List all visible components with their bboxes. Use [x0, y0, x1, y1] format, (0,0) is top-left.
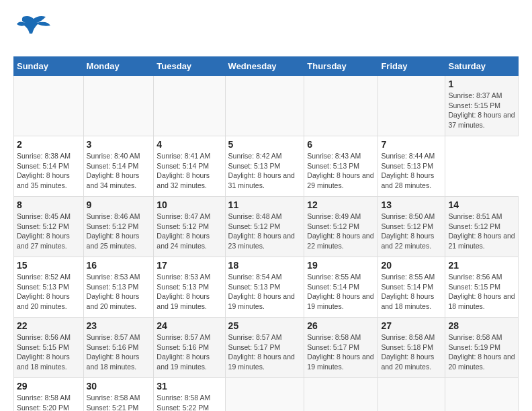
day-number: 25	[228, 320, 302, 331]
day-number: 1	[448, 79, 515, 89]
calendar-cell: 10Sunrise: 8:47 AMSunset: 5:12 PMDayligh…	[154, 197, 225, 257]
calendar-cell: 19Sunrise: 8:55 AMSunset: 5:14 PMDayligh…	[304, 257, 378, 318]
calendar-cell	[445, 378, 519, 412]
day-number: 21	[448, 260, 515, 271]
column-header-thursday: Thursday	[304, 57, 378, 76]
day-info: Sunrise: 8:51 AMSunset: 5:12 PMDaylight:…	[448, 212, 515, 251]
day-number: 9	[87, 199, 151, 210]
day-info: Sunrise: 8:41 AMSunset: 5:14 PMDaylight:…	[157, 151, 222, 191]
day-number: 16	[87, 260, 151, 271]
day-info: Sunrise: 8:49 AMSunset: 5:12 PMDaylight:…	[307, 212, 375, 251]
day-info: Sunrise: 8:43 AMSunset: 5:13 PMDaylight:…	[307, 151, 375, 191]
day-info: Sunrise: 8:46 AMSunset: 5:12 PMDaylight:…	[87, 212, 151, 251]
calendar-cell: 24Sunrise: 8:57 AMSunset: 5:16 PMDayligh…	[154, 318, 225, 378]
day-info: Sunrise: 8:47 AMSunset: 5:12 PMDaylight:…	[157, 212, 222, 251]
logo-icon	[13, 13, 54, 47]
column-header-wednesday: Wednesday	[225, 57, 304, 76]
calendar-cell: 7Sunrise: 8:44 AMSunset: 5:13 PMDaylight…	[378, 136, 445, 197]
calendar-row: 1Sunrise: 8:37 AMSunset: 5:15 PMDaylight…	[14, 76, 519, 136]
column-headers: SundayMondayTuesdayWednesdayThursdayFrid…	[14, 57, 519, 76]
day-number: 3	[87, 139, 151, 150]
day-info: Sunrise: 8:50 AMSunset: 5:12 PMDaylight:…	[381, 212, 442, 251]
calendar-cell: 30Sunrise: 8:58 AMSunset: 5:21 PMDayligh…	[83, 378, 154, 412]
calendar-cell: 2Sunrise: 8:38 AMSunset: 5:14 PMDaylight…	[14, 136, 84, 197]
day-number: 23	[87, 320, 151, 331]
day-info: Sunrise: 8:44 AMSunset: 5:13 PMDaylight:…	[381, 151, 442, 191]
calendar-cell	[304, 76, 378, 136]
day-info: Sunrise: 8:55 AMSunset: 5:14 PMDaylight:…	[307, 272, 375, 312]
column-header-saturday: Saturday	[445, 57, 519, 76]
day-number: 28	[448, 320, 515, 331]
day-number: 6	[307, 139, 375, 150]
day-info: Sunrise: 8:42 AMSunset: 5:13 PMDaylight:…	[228, 151, 302, 191]
day-info: Sunrise: 8:58 AMSunset: 5:17 PMDaylight:…	[307, 332, 375, 372]
day-number: 2	[17, 139, 81, 150]
calendar-cell: 26Sunrise: 8:58 AMSunset: 5:17 PMDayligh…	[304, 318, 378, 378]
day-info: Sunrise: 8:38 AMSunset: 5:14 PMDaylight:…	[17, 151, 81, 191]
day-number: 24	[157, 320, 222, 331]
day-number: 14	[448, 199, 515, 210]
calendar-cell: 1Sunrise: 8:37 AMSunset: 5:15 PMDaylight…	[445, 76, 519, 136]
day-number: 29	[17, 381, 81, 392]
day-info: Sunrise: 8:37 AMSunset: 5:15 PMDaylight:…	[448, 91, 515, 130]
day-number: 22	[17, 320, 81, 331]
day-number: 26	[307, 320, 375, 331]
day-info: Sunrise: 8:58 AMSunset: 5:20 PMDaylight:…	[17, 393, 81, 411]
day-number: 13	[381, 199, 442, 210]
day-info: Sunrise: 8:53 AMSunset: 5:13 PMDaylight:…	[157, 272, 222, 312]
calendar-cell: 17Sunrise: 8:53 AMSunset: 5:13 PMDayligh…	[154, 257, 225, 318]
day-number: 27	[381, 320, 442, 331]
calendar-cell	[378, 378, 445, 412]
calendar-cell: 3Sunrise: 8:40 AMSunset: 5:14 PMDaylight…	[83, 136, 154, 197]
day-number: 4	[157, 139, 222, 150]
calendar-cell: 29Sunrise: 8:58 AMSunset: 5:20 PMDayligh…	[14, 378, 84, 412]
calendar-cell	[14, 76, 84, 136]
day-number: 7	[381, 139, 442, 150]
calendar-cell	[378, 76, 445, 136]
day-info: Sunrise: 8:52 AMSunset: 5:13 PMDaylight:…	[17, 272, 81, 312]
day-number: 31	[157, 381, 222, 392]
day-info: Sunrise: 8:58 AMSunset: 5:18 PMDaylight:…	[381, 332, 442, 372]
calendar-cell: 21Sunrise: 8:56 AMSunset: 5:15 PMDayligh…	[445, 257, 519, 318]
column-header-sunday: Sunday	[14, 57, 84, 76]
calendar-cell: 31Sunrise: 8:58 AMSunset: 5:22 PMDayligh…	[154, 378, 225, 412]
calendar-cell: 20Sunrise: 8:55 AMSunset: 5:14 PMDayligh…	[378, 257, 445, 318]
day-info: Sunrise: 8:40 AMSunset: 5:14 PMDaylight:…	[87, 151, 151, 191]
calendar-cell: 15Sunrise: 8:52 AMSunset: 5:13 PMDayligh…	[14, 257, 84, 318]
calendar-cell: 6Sunrise: 8:43 AMSunset: 5:13 PMDaylight…	[304, 136, 378, 197]
calendar-cell: 4Sunrise: 8:41 AMSunset: 5:14 PMDaylight…	[154, 136, 225, 197]
day-info: Sunrise: 8:57 AMSunset: 5:16 PMDaylight:…	[157, 332, 222, 372]
calendar-cell	[304, 378, 378, 412]
day-info: Sunrise: 8:58 AMSunset: 5:19 PMDaylight:…	[448, 332, 515, 372]
calendar-cell: 25Sunrise: 8:57 AMSunset: 5:17 PMDayligh…	[225, 318, 304, 378]
calendar-cell	[154, 76, 225, 136]
day-info: Sunrise: 8:57 AMSunset: 5:16 PMDaylight:…	[87, 332, 151, 372]
column-header-friday: Friday	[378, 57, 445, 76]
day-number: 12	[307, 199, 375, 210]
calendar-table: SundayMondayTuesdayWednesdayThursdayFrid…	[13, 56, 519, 411]
logo	[13, 13, 56, 50]
day-number: 19	[307, 260, 375, 271]
calendar-cell: 9Sunrise: 8:46 AMSunset: 5:12 PMDaylight…	[83, 197, 154, 257]
day-info: Sunrise: 8:53 AMSunset: 5:13 PMDaylight:…	[87, 272, 151, 312]
day-number: 5	[228, 139, 302, 150]
calendar-cell: 18Sunrise: 8:54 AMSunset: 5:13 PMDayligh…	[225, 257, 304, 318]
calendar-cell: 13Sunrise: 8:50 AMSunset: 5:12 PMDayligh…	[378, 197, 445, 257]
day-number: 17	[157, 260, 222, 271]
day-info: Sunrise: 8:55 AMSunset: 5:14 PMDaylight:…	[381, 272, 442, 312]
calendar-cell: 12Sunrise: 8:49 AMSunset: 5:12 PMDayligh…	[304, 197, 378, 257]
calendar-cell: 28Sunrise: 8:58 AMSunset: 5:19 PMDayligh…	[445, 318, 519, 378]
day-number: 20	[381, 260, 442, 271]
page-header	[13, 13, 519, 50]
day-number: 10	[157, 199, 222, 210]
calendar-cell: 11Sunrise: 8:48 AMSunset: 5:12 PMDayligh…	[225, 197, 304, 257]
calendar-row: 8Sunrise: 8:45 AMSunset: 5:12 PMDaylight…	[14, 197, 519, 257]
day-info: Sunrise: 8:56 AMSunset: 5:15 PMDaylight:…	[17, 332, 81, 372]
day-number: 18	[228, 260, 302, 271]
day-info: Sunrise: 8:48 AMSunset: 5:12 PMDaylight:…	[228, 212, 302, 251]
calendar-row: 15Sunrise: 8:52 AMSunset: 5:13 PMDayligh…	[14, 257, 519, 318]
calendar-cell: 23Sunrise: 8:57 AMSunset: 5:16 PMDayligh…	[83, 318, 154, 378]
day-number: 8	[17, 199, 81, 210]
calendar-cell: 8Sunrise: 8:45 AMSunset: 5:12 PMDaylight…	[14, 197, 84, 257]
column-header-monday: Monday	[83, 57, 154, 76]
